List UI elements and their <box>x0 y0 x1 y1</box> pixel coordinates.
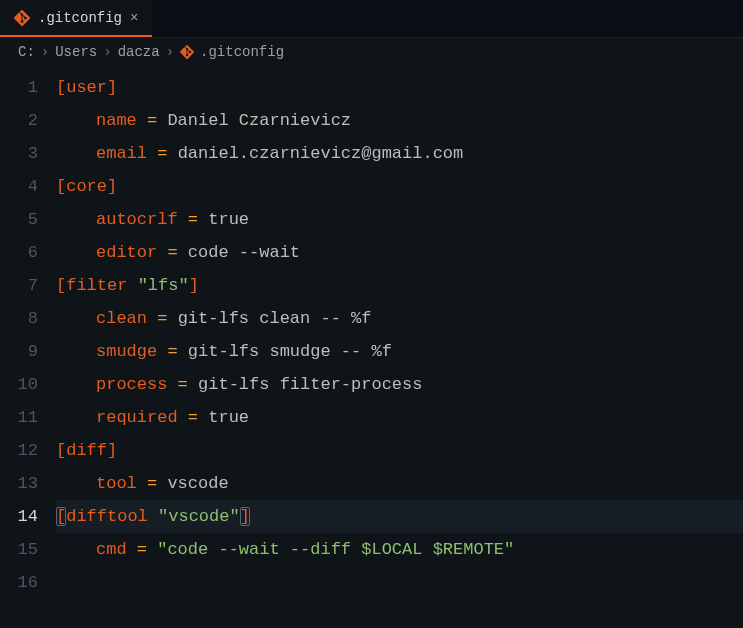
code-line[interactable]: cmd = "code --wait --diff $LOCAL $REMOTE… <box>56 533 743 566</box>
line-number: 12 <box>0 434 38 467</box>
bracket-open: [ <box>56 507 66 526</box>
chevron-right-icon: › <box>166 44 174 60</box>
equals-sign: = <box>157 342 188 361</box>
equals-sign: = <box>157 243 188 262</box>
config-key: cmd <box>96 540 127 559</box>
config-value: daniel.czarnievicz@gmail.com <box>178 144 464 163</box>
line-number: 8 <box>0 302 38 335</box>
config-value: vscode <box>167 474 228 493</box>
section-subname: "lfs" <box>138 276 189 295</box>
section-header: [user] <box>56 78 117 97</box>
line-number: 14 <box>0 500 38 533</box>
line-number: 6 <box>0 236 38 269</box>
chevron-right-icon: › <box>103 44 111 60</box>
git-icon <box>14 10 30 26</box>
breadcrumb-filename[interactable]: .gitconfig <box>200 44 284 60</box>
equals-sign: = <box>147 144 178 163</box>
equals-sign: = <box>127 540 158 559</box>
code-line[interactable]: [difftool "vscode"] <box>56 500 743 533</box>
line-number: 11 <box>0 401 38 434</box>
bracket-close: ] <box>189 276 199 295</box>
tab-filename: .gitconfig <box>38 10 122 26</box>
tab-gitconfig[interactable]: .gitconfig × <box>0 0 152 37</box>
line-number: 9 <box>0 335 38 368</box>
line-number: 1 <box>0 71 38 104</box>
config-key: autocrlf <box>96 210 178 229</box>
config-key: editor <box>96 243 157 262</box>
code-editor[interactable]: 1 2 3 4 5 6 7 8 9 10 11 12 13 14 15 16 [… <box>0 67 743 599</box>
section-name: difftool <box>66 507 158 526</box>
code-line[interactable]: process = git-lfs filter-process <box>56 368 743 401</box>
config-key: tool <box>96 474 137 493</box>
line-number: 15 <box>0 533 38 566</box>
config-value: "code --wait --diff $LOCAL $REMOTE" <box>157 540 514 559</box>
code-line[interactable]: [filter "lfs"] <box>56 269 743 302</box>
code-line[interactable]: email = daniel.czarnievicz@gmail.com <box>56 137 743 170</box>
line-number: 2 <box>0 104 38 137</box>
equals-sign: = <box>137 111 168 130</box>
config-value: Daniel Czarnievicz <box>167 111 351 130</box>
config-key: required <box>96 408 178 427</box>
line-number: 3 <box>0 137 38 170</box>
line-number: 7 <box>0 269 38 302</box>
code-line[interactable]: [user] <box>56 71 743 104</box>
code-line[interactable]: name = Daniel Czarnievicz <box>56 104 743 137</box>
config-value: git-lfs filter-process <box>198 375 422 394</box>
config-value: true <box>208 408 249 427</box>
equals-sign: = <box>137 474 168 493</box>
code-line[interactable]: [diff] <box>56 434 743 467</box>
config-value: code --wait <box>188 243 300 262</box>
breadcrumb-username[interactable]: dacza <box>118 44 160 60</box>
line-number: 16 <box>0 566 38 599</box>
line-number-gutter: 1 2 3 4 5 6 7 8 9 10 11 12 13 14 15 16 <box>0 71 56 599</box>
section-name: filter <box>66 276 137 295</box>
breadcrumb-drive[interactable]: C: <box>18 44 35 60</box>
code-line[interactable] <box>56 566 743 599</box>
close-icon[interactable]: × <box>130 10 138 26</box>
equals-sign: = <box>178 408 209 427</box>
section-header: [core] <box>56 177 117 196</box>
line-number: 10 <box>0 368 38 401</box>
breadcrumb[interactable]: C: › Users › dacza › .gitconfig <box>0 38 743 67</box>
bracket-open: [ <box>56 276 66 295</box>
git-icon <box>180 45 194 59</box>
config-key: process <box>96 375 167 394</box>
equals-sign: = <box>167 375 198 394</box>
section-header: [diff] <box>56 441 117 460</box>
config-key: email <box>96 144 147 163</box>
config-key: clean <box>96 309 147 328</box>
line-number: 5 <box>0 203 38 236</box>
config-key: smudge <box>96 342 157 361</box>
chevron-right-icon: › <box>41 44 49 60</box>
code-line[interactable]: required = true <box>56 401 743 434</box>
equals-sign: = <box>178 210 209 229</box>
code-content[interactable]: [user] name = Daniel Czarnievicz email =… <box>56 71 743 599</box>
code-line[interactable]: editor = code --wait <box>56 236 743 269</box>
code-line[interactable]: [core] <box>56 170 743 203</box>
section-subname: "vscode" <box>158 507 240 526</box>
equals-sign: = <box>147 309 178 328</box>
code-line[interactable]: autocrlf = true <box>56 203 743 236</box>
line-number: 13 <box>0 467 38 500</box>
code-line[interactable]: tool = vscode <box>56 467 743 500</box>
config-value: git-lfs clean -- %f <box>178 309 372 328</box>
tab-bar: .gitconfig × <box>0 0 743 38</box>
config-value: true <box>208 210 249 229</box>
line-number: 4 <box>0 170 38 203</box>
code-line[interactable]: smudge = git-lfs smudge -- %f <box>56 335 743 368</box>
bracket-close: ] <box>240 507 250 526</box>
breadcrumb-users[interactable]: Users <box>55 44 97 60</box>
config-value: git-lfs smudge -- %f <box>188 342 392 361</box>
code-line[interactable]: clean = git-lfs clean -- %f <box>56 302 743 335</box>
config-key: name <box>96 111 137 130</box>
